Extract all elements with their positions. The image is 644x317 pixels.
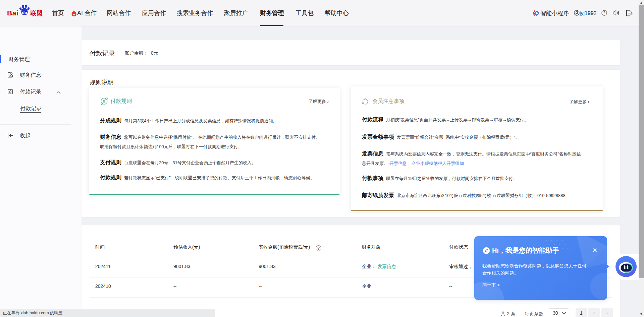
svg-text:联盟: 联盟 [30, 10, 43, 17]
svg-text:du: du [22, 10, 27, 15]
svg-text:Bai: Bai [7, 9, 18, 17]
svg-text:?: ? [603, 11, 605, 15]
